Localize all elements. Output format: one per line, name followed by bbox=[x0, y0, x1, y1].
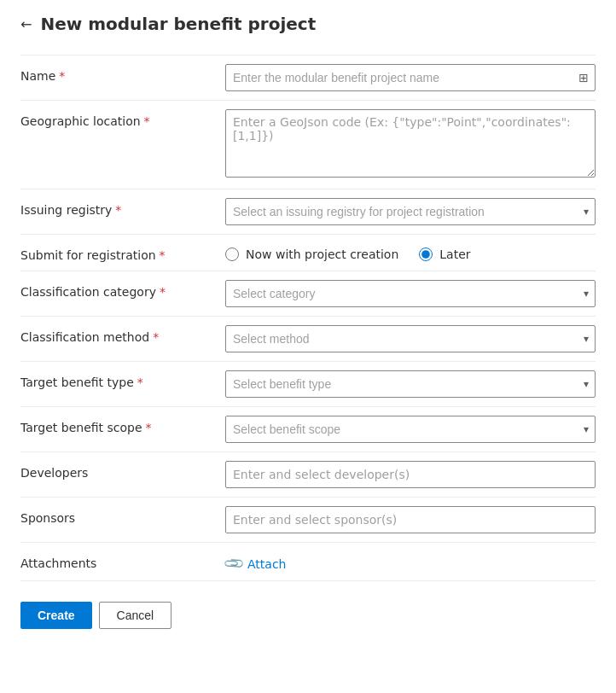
sponsors-input[interactable] bbox=[225, 506, 596, 533]
developers-input[interactable] bbox=[225, 461, 596, 488]
name-input[interactable] bbox=[225, 64, 596, 91]
geo-row: Geographic location* bbox=[20, 101, 596, 189]
benefit-scope-select-wrapper: Select benefit scope ▾ bbox=[225, 416, 596, 443]
geo-input[interactable] bbox=[225, 109, 596, 178]
class-cat-label: Classification category* bbox=[20, 280, 225, 299]
class-cat-select[interactable]: Select category bbox=[225, 280, 596, 307]
attachments-label: Attachments bbox=[20, 551, 225, 570]
class-method-control: Select method ▾ bbox=[225, 325, 596, 352]
page-header: ← New modular benefit project bbox=[20, 14, 596, 34]
name-control: ⊞ bbox=[225, 64, 596, 91]
attachments-control: 📎 Attach bbox=[225, 551, 596, 572]
benefit-scope-label: Target benefit scope* bbox=[20, 416, 225, 434]
benefit-scope-select[interactable]: Select benefit scope bbox=[225, 416, 596, 443]
issuing-select-wrapper: Select an issuing registry for project r… bbox=[225, 198, 596, 225]
benefit-type-label: Target benefit type* bbox=[20, 370, 225, 389]
radio-later-label: Later bbox=[439, 248, 470, 261]
cancel-button[interactable]: Cancel bbox=[99, 602, 172, 629]
form: Name* ⊞ Geographic location* Issuing reg… bbox=[20, 55, 596, 581]
submit-registration-row: Submit for registration* Now with projec… bbox=[20, 235, 596, 271]
class-method-select-wrapper: Select method ▾ bbox=[225, 325, 596, 352]
input-icon: ⊞ bbox=[578, 71, 589, 84]
benefit-scope-control: Select benefit scope ▾ bbox=[225, 416, 596, 443]
benefit-type-select-wrapper: Select benefit type ▾ bbox=[225, 370, 596, 398]
submit-registration-label: Submit for registration* bbox=[20, 243, 225, 262]
name-label: Name* bbox=[20, 64, 225, 83]
issuing-row: Issuing registry* Select an issuing regi… bbox=[20, 189, 596, 235]
attachments-row: Attachments 📎 Attach bbox=[20, 543, 596, 581]
class-method-label: Classification method* bbox=[20, 325, 225, 344]
developers-control bbox=[225, 461, 596, 488]
required-indicator: * bbox=[146, 421, 152, 434]
sponsors-row: Sponsors bbox=[20, 498, 596, 543]
issuing-control: Select an issuing registry for project r… bbox=[225, 198, 596, 225]
required-indicator: * bbox=[137, 376, 143, 389]
developers-row: Developers bbox=[20, 452, 596, 498]
geo-label: Geographic location* bbox=[20, 109, 225, 128]
required-indicator: * bbox=[153, 330, 159, 344]
radio-now-label: Now with project creation bbox=[246, 248, 398, 261]
geo-control bbox=[225, 109, 596, 180]
paperclip-icon: 📎 bbox=[222, 552, 246, 576]
radio-now-input[interactable] bbox=[225, 248, 239, 261]
radio-later-option[interactable]: Later bbox=[419, 248, 470, 261]
radio-now-option[interactable]: Now with project creation bbox=[225, 248, 398, 261]
sponsors-label: Sponsors bbox=[20, 506, 225, 525]
class-method-select[interactable]: Select method bbox=[225, 325, 596, 352]
benefit-scope-row: Target benefit scope* Select benefit sco… bbox=[20, 407, 596, 452]
benefit-type-control: Select benefit type ▾ bbox=[225, 370, 596, 398]
required-indicator: * bbox=[115, 203, 121, 217]
required-indicator: * bbox=[160, 248, 166, 262]
issuing-select[interactable]: Select an issuing registry for project r… bbox=[225, 198, 596, 225]
required-indicator: * bbox=[160, 285, 166, 299]
attach-section: 📎 Attach bbox=[225, 551, 596, 572]
class-method-row: Classification method* Select method ▾ bbox=[20, 317, 596, 362]
required-indicator: * bbox=[144, 114, 150, 128]
submit-registration-control: Now with project creation Later bbox=[225, 243, 596, 261]
sponsors-control bbox=[225, 506, 596, 533]
required-indicator: * bbox=[59, 69, 65, 83]
class-cat-row: Classification category* Select category… bbox=[20, 271, 596, 317]
attach-button[interactable]: Attach bbox=[247, 557, 286, 571]
class-cat-control: Select category ▾ bbox=[225, 280, 596, 307]
benefit-type-select[interactable]: Select benefit type bbox=[225, 370, 596, 398]
name-input-wrapper: ⊞ bbox=[225, 64, 596, 91]
form-footer: Create Cancel bbox=[20, 581, 596, 629]
radio-group: Now with project creation Later bbox=[225, 243, 596, 261]
create-button[interactable]: Create bbox=[20, 602, 92, 629]
name-row: Name* ⊞ bbox=[20, 55, 596, 101]
back-button[interactable]: ← bbox=[20, 16, 32, 32]
developers-label: Developers bbox=[20, 461, 225, 480]
page-title: New modular benefit project bbox=[40, 14, 316, 34]
class-cat-select-wrapper: Select category ▾ bbox=[225, 280, 596, 307]
benefit-type-row: Target benefit type* Select benefit type… bbox=[20, 362, 596, 407]
issuing-label: Issuing registry* bbox=[20, 198, 225, 217]
radio-later-input[interactable] bbox=[419, 248, 433, 261]
